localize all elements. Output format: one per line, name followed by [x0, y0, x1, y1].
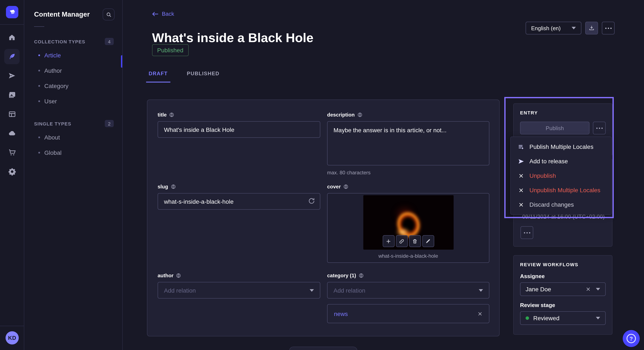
description-hint: max. 80 characters — [327, 170, 490, 176]
search-button[interactable] — [103, 8, 114, 20]
cover-field-label: cover — [327, 184, 490, 190]
rail-nav — [0, 30, 24, 179]
remove-relation-icon[interactable] — [478, 311, 482, 316]
content-manager-subnav: Content Manager COLLECTION TYPES 4 Artic… — [24, 0, 123, 350]
page-title: What's inside a Black Hole — [152, 31, 314, 45]
content-type-builder-icon[interactable] — [4, 106, 20, 122]
content-manager-icon[interactable] — [4, 49, 20, 64]
back-link[interactable]: Back — [152, 11, 174, 17]
single-types-count-badge: 2 — [105, 120, 114, 127]
chevron-down-icon — [310, 289, 314, 292]
bullet-icon — [38, 54, 40, 56]
sidebar-item-category[interactable]: Category — [24, 78, 122, 94]
header-more-button[interactable] — [602, 22, 614, 34]
download-icon — [589, 25, 594, 31]
menu-item-label: Publish Multiple Locales — [530, 143, 593, 150]
sidebar-item-label: Author — [44, 67, 62, 74]
menu-item-label: Unpublish — [530, 172, 556, 179]
slug-field-label: slug — [158, 184, 320, 190]
locale-select[interactable]: English (en) — [526, 22, 582, 34]
review-stage-select[interactable]: Reviewed — [520, 311, 606, 325]
section-label: SINGLE TYPES — [34, 121, 71, 126]
bullet-icon — [38, 137, 40, 138]
slug-input[interactable] — [158, 193, 320, 210]
home-icon[interactable] — [4, 30, 20, 45]
bullet-icon — [38, 70, 40, 71]
description-field-label: description — [327, 112, 490, 118]
cut-off-bottom-button[interactable] — [289, 347, 357, 350]
description-textarea[interactable]: Maybe the answer is in this article, or … — [327, 121, 490, 166]
entry-panel-heading: ENTRY — [520, 110, 606, 115]
strapi-logo[interactable] — [6, 6, 18, 18]
ellipsis-icon — [599, 127, 600, 129]
status-badge: Published — [152, 44, 188, 56]
sidebar-item-label: About — [44, 134, 60, 141]
publish-button[interactable]: Publish — [520, 122, 590, 134]
chevron-down-icon — [479, 289, 483, 292]
deploy-cloud-icon[interactable] — [4, 126, 20, 141]
title-field-label: title — [158, 112, 320, 118]
clear-assignee-icon[interactable] — [586, 287, 591, 292]
author-relation-select[interactable]: Add relation — [158, 282, 320, 299]
edit-media-button[interactable] — [422, 235, 434, 247]
field-label-text: category (1) — [327, 273, 356, 279]
regenerate-slug-button[interactable] — [308, 197, 315, 204]
assignee-select[interactable]: Jane Doe — [520, 282, 606, 296]
user-avatar[interactable]: KD — [6, 331, 19, 345]
category-relation-select[interactable]: Add relation — [327, 282, 490, 299]
menu-item-publish-multiple-locales[interactable]: Publish Multiple Locales — [511, 140, 611, 154]
main-nav-rail: KD — [0, 0, 24, 350]
sidebar-item-label: User — [44, 98, 57, 105]
menu-item-unpublish-multiple-locales[interactable]: Unpublish Multiple Locales — [511, 183, 611, 197]
menu-item-add-to-release[interactable]: Add to release — [511, 154, 611, 169]
add-media-button[interactable] — [382, 235, 394, 247]
sidebar-item-label: Article — [44, 52, 61, 59]
title-input[interactable] — [158, 121, 320, 138]
sidebar-item-author[interactable]: Author — [24, 63, 122, 78]
sidebar-item-about[interactable]: About — [24, 130, 122, 145]
information-more-button[interactable] — [520, 226, 533, 239]
trash-icon — [412, 238, 418, 244]
releases-icon[interactable] — [4, 68, 20, 83]
list-plus-icon — [518, 144, 524, 150]
cross-icon — [518, 173, 524, 178]
relation-link-news[interactable]: news — [334, 310, 348, 317]
collection-types-section: COLLECTION TYPES 4 Article Author Catego… — [24, 38, 122, 109]
collection-types-count-badge: 4 — [105, 38, 114, 45]
review-stage-label: Review stage — [520, 302, 606, 308]
header-actions: English (en) — [526, 22, 614, 34]
link-icon — [399, 238, 404, 244]
sidebar-item-global[interactable]: Global — [24, 145, 122, 160]
chevron-down-icon — [596, 288, 600, 291]
help-button[interactable]: ? — [623, 330, 640, 347]
bullet-icon — [38, 100, 40, 102]
pencil-icon — [425, 238, 431, 244]
settings-gear-icon[interactable] — [4, 164, 20, 179]
globe-icon — [343, 184, 348, 189]
media-library-icon[interactable] — [4, 87, 20, 103]
sidebar-item-user[interactable]: User — [24, 94, 122, 109]
tab-draft[interactable]: DRAFT — [146, 71, 170, 82]
author-field-label: author — [158, 273, 320, 279]
cover-media-box: what-s-inside-a-black-hole — [327, 193, 490, 263]
menu-item-discard-changes[interactable]: Discard changes — [511, 197, 611, 212]
plus-icon — [386, 238, 391, 244]
menu-item-label: Discard changes — [530, 201, 574, 208]
menu-item-unpublish[interactable]: Unpublish — [511, 169, 611, 183]
field-label-text: title — [158, 112, 167, 118]
tab-published[interactable]: PUBLISHED — [184, 71, 222, 82]
paper-plane-icon — [518, 158, 524, 164]
copy-link-button[interactable] — [396, 235, 408, 247]
chevron-down-icon — [572, 27, 576, 29]
sidebar-item-article[interactable]: Article — [24, 48, 122, 63]
single-types-section: SINGLE TYPES 2 About Global — [24, 120, 122, 160]
draft-published-tabs: DRAFT PUBLISHED — [146, 71, 222, 82]
subnav-title: Content Manager — [34, 11, 90, 18]
menu-item-label: Add to release — [530, 158, 568, 165]
marketplace-icon[interactable] — [4, 145, 20, 160]
delete-media-button[interactable] — [409, 235, 421, 247]
export-button[interactable] — [585, 22, 598, 34]
entry-more-button[interactable] — [593, 122, 606, 134]
strapi-admin-app: KD Content Manager COLLECTION TYPES 4 Ar… — [0, 0, 644, 350]
arrow-left-icon — [152, 11, 158, 16]
